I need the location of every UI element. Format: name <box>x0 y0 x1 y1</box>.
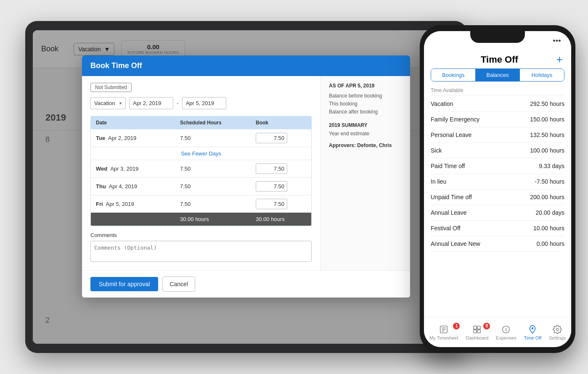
balance-value-festival: 10.00 hours <box>533 225 564 232</box>
comments-label: Comments <box>90 232 312 238</box>
add-time-off-button[interactable]: + <box>556 53 563 66</box>
book-input-2[interactable] <box>256 163 287 174</box>
total-label <box>96 216 180 222</box>
svg-point-10 <box>532 327 534 329</box>
nav-label-timesheet: My Timesheet <box>429 335 458 340</box>
scheduled-4: 7.50 <box>180 201 256 207</box>
total-book: 30.00 hours <box>256 216 306 222</box>
time-off-type-select[interactable]: Vacation <box>90 97 126 109</box>
balance-after: Balance after booking <box>329 109 402 115</box>
day-abbr-2: Wed <box>96 166 107 172</box>
comments-input[interactable] <box>90 241 312 262</box>
date-from-input[interactable] <box>129 97 173 109</box>
booking-table: Date Scheduled Hours Book Tue Apr 2, 201… <box>90 116 312 226</box>
book-cell-2[interactable] <box>256 163 306 174</box>
date-cell-1: Tue Apr 2, 2019 <box>96 135 180 141</box>
see-fewer-row: See Fewer Days <box>91 147 311 160</box>
day-abbr-4: Fri <box>96 201 103 207</box>
settings-icon <box>552 324 562 334</box>
balance-name-festival: Festival Off <box>431 225 461 232</box>
col-header-book: Book <box>256 120 306 126</box>
date-1: Apr 2, 2019 <box>108 135 136 141</box>
balance-item-inlieu: In lieu -7.50 hours <box>431 174 564 190</box>
form-row: Vacation - <box>90 97 312 109</box>
date-cell-2: Wed Apr 3, 2019 <box>96 166 180 172</box>
balance-item-sick: Sick 100.00 hours <box>431 143 564 158</box>
col-header-scheduled: Scheduled Hours <box>180 120 256 126</box>
svg-rect-6 <box>474 329 477 332</box>
timesheet-icon <box>439 324 449 334</box>
nav-item-timesheet[interactable]: 1 My Timesheet <box>429 324 458 340</box>
phone-signal: ●●● <box>553 38 561 43</box>
expenses-icon: $ <box>501 324 511 334</box>
date-3: Apr 4, 2019 <box>109 183 137 190</box>
table-total-row: 30.00 hours 30.00 hours <box>91 213 311 226</box>
table-row: Fri Apr 5, 2019 7.50 <box>91 195 311 213</box>
balance-item-family: Family Emergency 150.00 hours <box>431 112 564 127</box>
book-cell-1[interactable] <box>256 133 306 143</box>
timesheet-badge: 1 <box>453 323 460 329</box>
balance-item-unpaid: Unpaid Time off 200.00 hours <box>431 190 564 205</box>
submit-for-approval-button[interactable]: Submit for approval <box>90 277 158 291</box>
approvers-name: Defonte, Chris <box>357 142 392 148</box>
balance-name-family: Family Emergency <box>431 116 479 123</box>
svg-rect-7 <box>477 329 480 332</box>
phone-notch <box>470 31 525 43</box>
nav-item-timeoff[interactable]: Time Off <box>524 324 542 340</box>
modal-left-panel: Not Submitted Vacation - <box>82 76 320 270</box>
book-input-3[interactable] <box>256 181 287 192</box>
table-row: Wed Apr 3, 2019 7.50 <box>91 160 311 177</box>
balance-item-vacation: Vacation 292.50 hours <box>431 96 564 112</box>
nav-label-expenses: Expenses <box>496 335 516 340</box>
year-end-estimate: Year end estimate <box>329 131 402 137</box>
tab-balances[interactable]: Balances <box>475 69 519 81</box>
balance-value-sick: 100.00 hours <box>530 147 564 154</box>
day-abbr-1: Tue <box>96 135 105 141</box>
tab-holidays[interactable]: Holidays <box>520 69 564 81</box>
balance-name-paid: Paid Time off <box>431 163 465 169</box>
see-fewer-link[interactable]: See Fewer Days <box>181 150 221 157</box>
balance-before: Balance before booking <box>329 93 402 99</box>
book-input-1[interactable] <box>256 133 287 143</box>
cancel-button[interactable]: Cancel <box>162 277 195 292</box>
balance-name-sick: Sick <box>431 147 442 154</box>
nav-item-expenses[interactable]: $ Expenses <box>496 324 516 340</box>
date-2: Apr 3, 2019 <box>110 166 138 172</box>
balance-name-inlieu: In lieu <box>431 178 446 185</box>
balance-item-paid: Paid Time off 9.33 days <box>431 158 564 174</box>
book-cell-3[interactable] <box>256 181 306 192</box>
nav-label-settings: Settings <box>549 335 566 340</box>
balance-value-annual-new: 0.00 hours <box>537 240 564 247</box>
scheduled-2: 7.50 <box>180 166 256 172</box>
balance-value-vacation: 292.50 hours <box>530 100 564 107</box>
phone: ●●● Time Off + Bookings Balances Holiday… <box>420 25 575 353</box>
this-booking: This booking <box>329 101 402 107</box>
status-badge: Not Submitted <box>90 83 132 92</box>
modal-title: Book Time Off <box>90 61 142 70</box>
book-cell-4[interactable] <box>256 199 306 209</box>
balance-name-vacation: Vacation <box>431 100 453 107</box>
balance-value-paid: 9.33 days <box>539 163 564 169</box>
table-header-row: Date Scheduled Hours Book <box>91 116 311 129</box>
tablet: Book Vacation ▼ 0.00 FUTURE BOOKED HOURS… <box>25 21 467 353</box>
approvers-label: Approvers: Defonte, Chris <box>329 142 402 148</box>
nav-item-settings[interactable]: Settings <box>549 324 566 340</box>
book-input-4[interactable] <box>256 199 287 209</box>
phone-header: Time Off + <box>424 50 571 68</box>
phone-title: Time Off <box>481 54 518 65</box>
nav-item-dashboard[interactable]: 8 Dashboard <box>466 324 488 340</box>
book-time-off-modal: Book Time Off Not Submitted Vacation <box>82 55 410 298</box>
tab-bookings[interactable]: Bookings <box>431 69 475 81</box>
balance-value-unpaid: 200.00 hours <box>530 194 564 200</box>
balance-item-personal: Personal Leave 132.50 hours <box>431 127 564 143</box>
type-select-wrapper[interactable]: Vacation <box>90 97 126 109</box>
dashboard-icon <box>472 324 482 334</box>
balance-item-annual-new: Annual Leave New 0.00 hours <box>431 236 564 252</box>
scheduled-1: 7.50 <box>180 135 256 141</box>
nav-label-timeoff: Time Off <box>524 335 542 340</box>
date-to-input[interactable] <box>182 97 226 109</box>
balance-name-annual-new: Annual Leave New <box>431 240 480 247</box>
modal-footer: Submit for approval Cancel <box>82 270 410 298</box>
balance-name-annual: Annual Leave <box>431 209 467 216</box>
approvers-key: Approvers: <box>329 142 356 148</box>
